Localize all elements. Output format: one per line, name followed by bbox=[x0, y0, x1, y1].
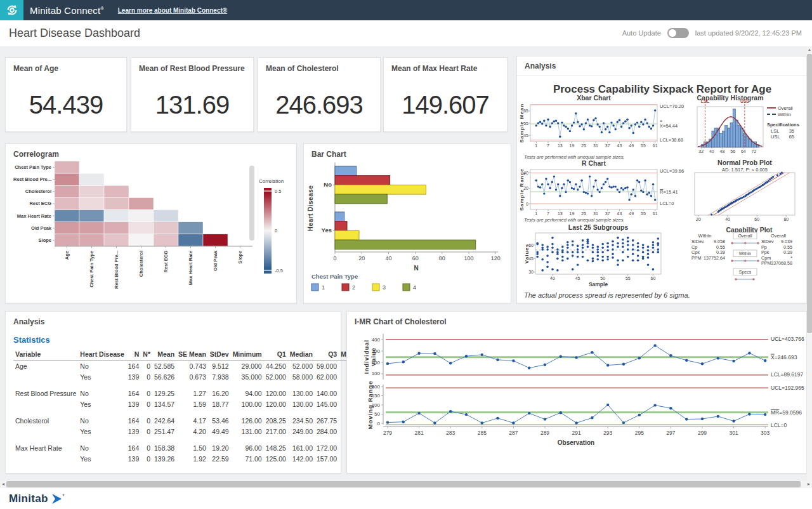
svg-text:Cholesterol: Cholesterol bbox=[25, 188, 51, 194]
learn-more-link[interactable]: Learn more about Minitab Connect® bbox=[118, 7, 227, 14]
kpi-value: 246.693 bbox=[258, 91, 380, 119]
svg-text:1: 1 bbox=[535, 211, 537, 216]
column-header: N* bbox=[141, 348, 152, 360]
svg-text:Rest Blood Pre...: Rest Blood Pre... bbox=[114, 251, 119, 289]
svg-text:Slope: Slope bbox=[237, 251, 243, 263]
svg-text:19: 19 bbox=[570, 143, 575, 148]
panel-title: Bar Chart bbox=[304, 144, 511, 159]
scroll-up-arrow-icon[interactable]: ▲ bbox=[807, 46, 812, 53]
svg-text:0: 0 bbox=[377, 421, 381, 426]
svg-text:283: 283 bbox=[446, 430, 455, 436]
correlogram-svg: Chest Pain TypeRest Blood Pre...Choleste… bbox=[6, 159, 296, 300]
svg-text:Specifications: Specifications bbox=[767, 122, 799, 128]
svg-text:0.5: 0.5 bbox=[275, 188, 281, 194]
svg-text:299: 299 bbox=[698, 430, 707, 436]
svg-text:37: 37 bbox=[605, 211, 610, 216]
svg-text:Max Heart Rate: Max Heart Rate bbox=[17, 213, 51, 219]
svg-text:100: 100 bbox=[464, 255, 474, 261]
svg-text:56: 56 bbox=[730, 149, 735, 154]
svg-text:Sample Mean: Sample Mean bbox=[519, 103, 525, 143]
auto-update-toggle[interactable] bbox=[667, 28, 689, 38]
svg-text:48: 48 bbox=[720, 149, 725, 154]
svg-text:=: = bbox=[660, 119, 662, 123]
column-header: Variable bbox=[13, 348, 78, 360]
svg-text:X=246.693: X=246.693 bbox=[771, 354, 797, 360]
svg-text:25: 25 bbox=[581, 211, 586, 216]
svg-text:7: 7 bbox=[547, 211, 549, 216]
statistics-link[interactable]: Statistics bbox=[6, 326, 341, 347]
svg-text:Last 25 Subgroups: Last 25 Subgroups bbox=[568, 223, 629, 231]
bar-chart-svg: NoYes020406080100120NHeart DiseaseChest … bbox=[304, 159, 511, 300]
spacer-row bbox=[13, 409, 374, 415]
svg-text:279: 279 bbox=[383, 430, 392, 436]
panel-title: Correlogram bbox=[6, 144, 296, 159]
top-navbar: Minitab Connect® Learn more about Minita… bbox=[0, 0, 812, 20]
svg-text:50: 50 bbox=[600, 276, 605, 281]
svg-text:40: 40 bbox=[709, 149, 714, 154]
footer-brand: Minitab bbox=[9, 492, 48, 505]
svg-text:37: 37 bbox=[605, 143, 610, 148]
svg-text:289: 289 bbox=[540, 430, 549, 436]
svg-text:R=15.41: R=15.41 bbox=[660, 189, 678, 195]
kpi-value: 131.69 bbox=[131, 91, 253, 119]
svg-text:7: 7 bbox=[547, 143, 549, 148]
svg-text:100: 100 bbox=[372, 371, 381, 376]
svg-text:295: 295 bbox=[635, 430, 644, 436]
svg-text:Overall: Overall bbox=[738, 234, 752, 238]
svg-text:49: 49 bbox=[629, 211, 634, 216]
svg-text:UCL=192.965: UCL=192.965 bbox=[771, 385, 804, 391]
svg-text:Correlation: Correlation bbox=[259, 178, 284, 184]
svg-text:61: 61 bbox=[653, 211, 658, 216]
scroll-right-arrow-icon[interactable]: ► bbox=[806, 480, 812, 488]
svg-text:0: 0 bbox=[333, 255, 336, 261]
svg-text:35: 35 bbox=[789, 128, 794, 134]
svg-text:N: N bbox=[414, 265, 418, 272]
svg-text:49: 49 bbox=[629, 143, 634, 148]
svg-text:3: 3 bbox=[383, 284, 386, 291]
svg-text:UCL=403.766: UCL=403.766 bbox=[771, 336, 804, 342]
panel-title: Analysis bbox=[6, 312, 341, 326]
svg-text:60: 60 bbox=[412, 255, 419, 261]
svg-text:25: 25 bbox=[581, 143, 586, 148]
sixpack-analysis-panel: Analysis Process Capability Sixpack Repo… bbox=[516, 56, 807, 303]
svg-text:287: 287 bbox=[509, 430, 518, 436]
svg-text:Rest ECG: Rest ECG bbox=[163, 251, 169, 273]
svg-text:43: 43 bbox=[617, 211, 622, 216]
horizontal-scrollbar-thumb[interactable] bbox=[6, 481, 801, 487]
scroll-left-arrow-icon[interactable]: ◄ bbox=[0, 480, 6, 488]
column-header: Q1 bbox=[264, 348, 288, 360]
svg-text:Max Heart Rate: Max Heart Rate bbox=[188, 251, 193, 285]
svg-text:Tests are performed with unequ: Tests are performed with unequal sample … bbox=[524, 217, 625, 223]
svg-text:UCL=39.66: UCL=39.66 bbox=[660, 168, 684, 174]
svg-text:Xbar Chart: Xbar Chart bbox=[577, 94, 611, 102]
statistics-table: VariableHeart DiseaseNN*MeanSE MeanStDev… bbox=[13, 348, 374, 464]
vertical-scrollbar[interactable]: ▲ bbox=[807, 46, 812, 480]
svg-text:0: 0 bbox=[275, 228, 277, 234]
vertical-scrollbar-thumb[interactable] bbox=[807, 54, 812, 333]
svg-text:Chest Pain Type: Chest Pain Type bbox=[311, 273, 358, 280]
minitab-connect-logo-icon bbox=[0, 0, 23, 20]
svg-text:65: 65 bbox=[789, 134, 794, 140]
svg-text:291: 291 bbox=[572, 430, 581, 436]
toggle-knob bbox=[669, 29, 676, 37]
svg-text:USL: USL bbox=[740, 99, 750, 103]
sixpack-svg: Process Capability Sixpack Report for Ag… bbox=[517, 76, 806, 303]
svg-text:55: 55 bbox=[641, 211, 646, 216]
svg-text:20: 20 bbox=[696, 217, 701, 221]
svg-text:Within: Within bbox=[698, 233, 712, 239]
svg-text:Yes: Yes bbox=[322, 227, 332, 234]
svg-text:LCL=0: LCL=0 bbox=[660, 201, 674, 206]
table-row: Yes1390139.261.9222.5971.00125.00142.001… bbox=[13, 453, 374, 464]
svg-text:AD: 1.517, P: < 0.005: AD: 1.517, P: < 0.005 bbox=[722, 167, 768, 173]
horizontal-scrollbar[interactable]: ◄ ► bbox=[0, 480, 812, 488]
svg-text:Value: Value bbox=[370, 347, 377, 366]
svg-text:80: 80 bbox=[439, 255, 445, 261]
minitab-chevron-icon bbox=[51, 493, 65, 505]
svg-text:120: 120 bbox=[491, 255, 501, 261]
svg-text:1: 1 bbox=[535, 143, 537, 148]
svg-text:X=54.44: X=54.44 bbox=[660, 123, 678, 129]
svg-text:Overall: Overall bbox=[771, 233, 786, 239]
column-header: Median bbox=[288, 348, 315, 360]
svg-text:Chest Pain Type: Chest Pain Type bbox=[15, 164, 51, 170]
table-row: Rest Blood PressureNo1640129.251.2716.20… bbox=[13, 388, 374, 399]
